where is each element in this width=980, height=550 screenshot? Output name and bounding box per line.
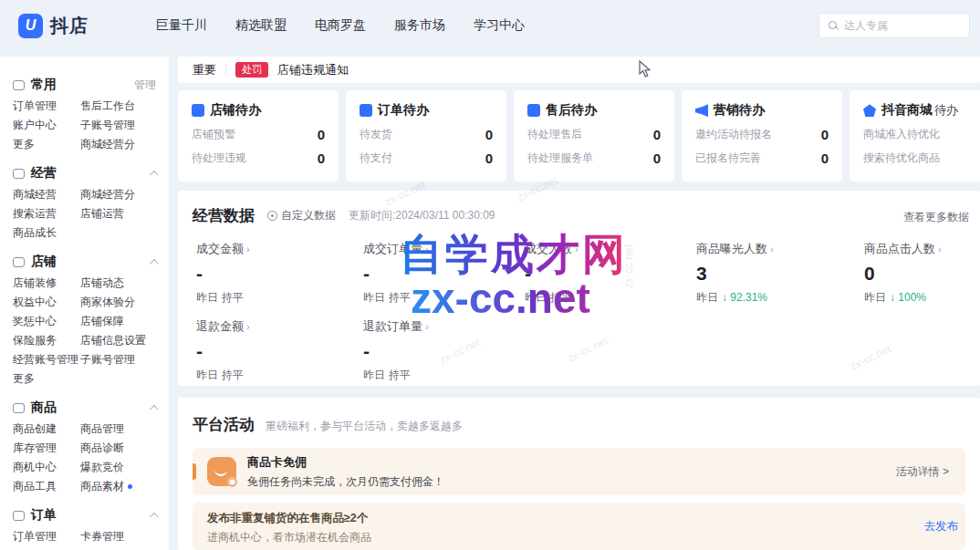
metric-sub: 昨日持平	[196, 368, 342, 383]
business-header: 经营数据 自定义数据 更新时间:2024/03/11 00:30:09	[193, 205, 495, 226]
metric-value: -	[363, 340, 509, 362]
custom-data-label: 自定义数据	[281, 208, 336, 223]
todo-value[interactable]: 0	[485, 150, 493, 166]
manage-link[interactable]: 管理	[134, 78, 156, 93]
nav-item-jingxuan[interactable]: 精选联盟	[235, 17, 287, 34]
nav-item-xuexi[interactable]: 学习中心	[474, 17, 525, 34]
sidebar-item-more[interactable]: 更多	[13, 137, 80, 152]
todo-row: 待处理服务单 0	[527, 150, 661, 166]
search-box[interactable]	[818, 13, 970, 38]
view-more-link[interactable]: 查看更多数据	[903, 210, 969, 225]
metric-change: 持平	[550, 291, 572, 304]
metric-day: 昨日	[696, 291, 718, 304]
todo-value[interactable]: 0	[653, 150, 661, 166]
sidebar-item-shop-guarantee[interactable]: 店铺保障	[80, 314, 124, 329]
metric-value: 3	[696, 263, 842, 285]
sidebar-item-mall-operation[interactable]: 商城经营	[13, 187, 80, 202]
folder-icon	[13, 80, 25, 90]
collapse-chevron-icon[interactable]	[150, 404, 159, 413]
metric-label-link[interactable]: 成交订单量›	[363, 241, 509, 257]
activity-detail-link[interactable]: 活动详情 >	[896, 464, 949, 480]
todo-row: 邀约活动待报名 0	[695, 127, 829, 142]
sidebar-item-reward-center[interactable]: 奖惩中心	[13, 314, 80, 329]
todo-value[interactable]: 0	[653, 127, 661, 142]
sidebar-item-coupon-manage[interactable]: 卡券管理	[80, 529, 124, 545]
metric-label-link[interactable]: 成交人数›	[525, 241, 671, 257]
sidebar-item-order-manage[interactable]: 订单管理	[13, 99, 80, 114]
collapse-chevron-icon[interactable]	[150, 512, 159, 521]
nav-item-qianchuan[interactable]: 巨量千川	[156, 17, 207, 34]
collapse-chevron-icon[interactable]	[150, 170, 159, 179]
sidebar-item-account-center[interactable]: 账户中心	[13, 118, 80, 133]
platform-activity-panel: 平台活动 重磅福利，参与平台活动，卖越多返越多 商品卡免佣 免佣任务尚未完成，次…	[178, 398, 980, 550]
sidebar-item-goods-diagnose[interactable]: 商品诊断	[80, 441, 124, 456]
sidebar-item-order-manage2[interactable]: 订单管理	[13, 529, 80, 545]
todo-card-header: 营销待办	[695, 102, 829, 119]
sidebar-row: 保险服务 店铺信息设置	[13, 331, 156, 350]
sidebar-item-insurance[interactable]: 保险服务	[13, 333, 80, 348]
metric-label: 退款订单量	[363, 319, 422, 333]
sidebar-item-biz-account[interactable]: 经营账号管理	[13, 352, 80, 368]
todo-value[interactable]: 0	[821, 150, 829, 166]
sidebar-item-search-op[interactable]: 搜索运营	[13, 206, 80, 222]
activity-card-commission-free[interactable]: 商品卡免佣 免佣任务尚未完成，次月仍需支付佣金！ 活动详情 >	[193, 448, 965, 495]
go-publish-link[interactable]: 去发布	[924, 519, 959, 534]
sidebar-item-shop-op[interactable]: 店铺运营	[80, 206, 124, 222]
sidebar-item-subaccount[interactable]: 子账号管理	[80, 118, 135, 133]
metric-label-link[interactable]: 商品点击人数›	[864, 241, 980, 257]
todo-label: 待支付	[360, 150, 392, 166]
metric-clicks: 商品点击人数› 0 昨日↓ 100%	[864, 241, 980, 306]
sidebar-item-subaccount2[interactable]: 子账号管理	[80, 352, 135, 368]
goods-material-label: 商品素材	[80, 480, 124, 493]
metric-sub: 昨日持平	[525, 290, 671, 306]
order-todo-icon	[360, 104, 372, 117]
todo-value[interactable]: 0	[485, 127, 493, 142]
metric-change: 持平	[222, 368, 244, 381]
notice-link[interactable]: 店铺违规通知	[277, 62, 349, 78]
sidebar-section-shop: 店铺	[13, 250, 156, 274]
todo-value[interactable]: 0	[318, 150, 325, 166]
nav-item-fuwu[interactable]: 服务市场	[394, 17, 445, 34]
collapse-chevron-icon[interactable]	[150, 258, 159, 267]
todo-card-title: 店铺待办	[210, 102, 261, 119]
sidebar-item-more2[interactable]: 更多	[13, 371, 80, 387]
megaphone-icon	[695, 104, 708, 117]
sidebar-item-product-growth[interactable]: 商品成长	[13, 225, 80, 241]
sidebar-row: 更多	[13, 369, 156, 389]
sidebar-item-goods-material[interactable]: 商品素材	[80, 479, 132, 494]
shopping-bag-icon	[207, 457, 236, 486]
todo-row: 待处理违规 0	[192, 150, 325, 166]
metric-label-link[interactable]: 退款金额›	[196, 318, 342, 335]
todo-card-title: 售后待办	[546, 102, 597, 119]
todo-value[interactable]: 0	[821, 127, 829, 142]
custom-data-button[interactable]: 自定义数据	[267, 208, 336, 223]
sidebar-item-goods-tools[interactable]: 商品工具	[13, 479, 80, 494]
sidebar-item-shop-news[interactable]: 店铺动态	[80, 275, 124, 291]
sidebar-item-aftersale-workbench[interactable]: 售后工作台	[80, 99, 135, 114]
todo-label: 商城准入待优化	[863, 127, 940, 142]
sidebar-item-shop-decor[interactable]: 店铺装修	[13, 275, 80, 291]
sidebar-item-mall-score[interactable]: 商城经营分	[80, 137, 135, 152]
logo[interactable]: U 抖店	[18, 14, 89, 38]
activity-header: 平台活动 重磅福利，参与平台活动，卖越多返越多	[193, 414, 965, 435]
activity-title: 平台活动	[193, 414, 255, 435]
sidebar-item-biz-chance[interactable]: 商机中心	[13, 460, 80, 475]
sidebar-item-shop-info[interactable]: 店铺信息设置	[80, 333, 146, 348]
metric-day: 昨日	[864, 291, 886, 304]
sidebar-item-merchant-score[interactable]: 商家体验分	[80, 295, 135, 310]
search-input[interactable]	[844, 19, 960, 32]
punish-badge: 处罚	[235, 62, 268, 78]
metric-day: 昨日	[363, 291, 385, 304]
sidebar-item-mall-op-score[interactable]: 商城经营分	[80, 187, 135, 202]
metric-label-link[interactable]: 退款订单量›	[363, 318, 509, 335]
metric-label-link[interactable]: 商品曝光人数›	[696, 241, 842, 257]
sidebar-item-stock-manage[interactable]: 库存管理	[13, 441, 80, 456]
sidebar-item-goods-create[interactable]: 商品创建	[13, 421, 80, 437]
nav-item-luopan[interactable]: 电商罗盘	[315, 17, 366, 34]
sidebar-item-rights-center[interactable]: 权益中心	[13, 295, 80, 310]
sidebar-item-hot-bid[interactable]: 爆款竞价	[80, 460, 124, 475]
sidebar-item-goods-manage[interactable]: 商品管理	[80, 421, 124, 437]
metric-label-link[interactable]: 成交金额›	[196, 241, 342, 257]
todo-value[interactable]: 0	[318, 127, 325, 142]
metric-value: -	[196, 263, 342, 285]
